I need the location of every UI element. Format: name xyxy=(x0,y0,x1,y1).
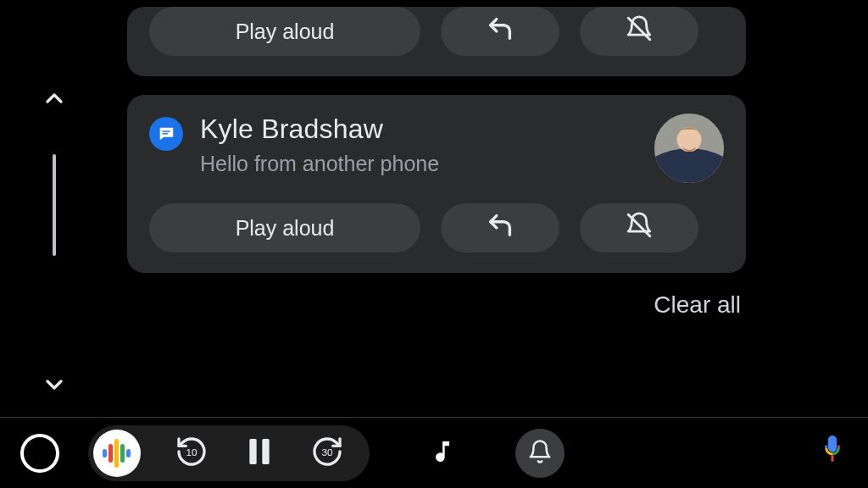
messages-app-icon xyxy=(149,117,183,151)
scroll-thumb[interactable] xyxy=(53,154,56,256)
scroll-indicator xyxy=(37,85,71,398)
svg-text:30: 30 xyxy=(322,446,333,458)
notification-sender: Kyle Bradshaw xyxy=(200,114,641,145)
music-button[interactable] xyxy=(429,438,456,469)
podcasts-app-button[interactable] xyxy=(93,430,141,477)
svg-rect-8 xyxy=(262,439,269,464)
replay-10-button[interactable]: 10 xyxy=(175,436,209,470)
reply-icon xyxy=(486,14,515,48)
reply-button[interactable] xyxy=(441,7,559,56)
bell-off-icon xyxy=(625,211,654,245)
chevron-down-icon[interactable] xyxy=(41,371,68,398)
contact-avatar xyxy=(654,114,724,183)
clear-all-button[interactable]: Clear all xyxy=(654,291,741,319)
play-aloud-label: Play aloud xyxy=(236,19,335,44)
notifications-button[interactable] xyxy=(515,429,565,478)
svg-text:10: 10 xyxy=(186,446,198,458)
bell-icon xyxy=(527,439,553,468)
play-aloud-button[interactable]: Play aloud xyxy=(149,203,420,252)
forward-30-icon: 30 xyxy=(310,435,344,472)
replay-10-icon: 10 xyxy=(175,435,209,472)
pause-button[interactable] xyxy=(242,436,276,470)
chevron-up-icon[interactable] xyxy=(41,85,68,112)
scroll-track xyxy=(53,151,56,337)
play-aloud-button[interactable]: Play aloud xyxy=(149,7,420,56)
mute-button[interactable] xyxy=(580,7,698,56)
bell-off-icon xyxy=(625,14,654,48)
notification-card: Kyle Bradshaw Hello from another phone P… xyxy=(127,95,746,273)
notification-card: Play aloud xyxy=(127,7,746,76)
forward-30-button[interactable]: 30 xyxy=(310,436,344,470)
reply-icon xyxy=(486,211,515,245)
svg-rect-7 xyxy=(249,439,256,464)
reply-button[interactable] xyxy=(441,203,559,252)
music-note-icon xyxy=(429,438,456,469)
media-controls: 10 30 xyxy=(88,425,370,481)
svg-point-4 xyxy=(677,127,702,152)
mic-icon xyxy=(817,458,848,473)
pause-icon xyxy=(242,435,276,472)
play-aloud-label: Play aloud xyxy=(236,216,335,241)
nav-bar: 10 30 xyxy=(0,417,868,488)
clear-all-label: Clear all xyxy=(654,291,741,318)
svg-rect-10 xyxy=(832,455,834,461)
podcasts-icon xyxy=(103,439,131,468)
mute-button[interactable] xyxy=(580,203,698,252)
svg-rect-2 xyxy=(162,133,167,134)
assistant-mic-button[interactable] xyxy=(817,433,848,474)
svg-rect-1 xyxy=(162,130,170,131)
notification-message: Hello from another phone xyxy=(200,152,641,176)
home-button[interactable] xyxy=(20,434,59,473)
